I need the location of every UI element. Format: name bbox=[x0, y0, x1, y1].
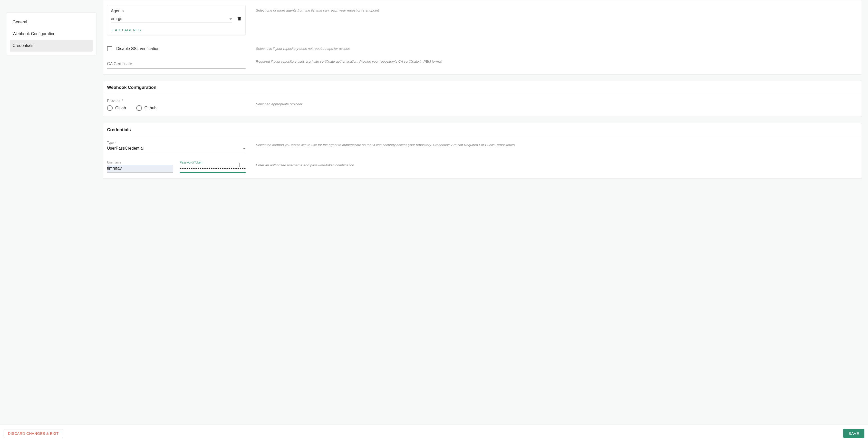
plus-icon: + bbox=[111, 28, 113, 32]
credentials-card-title: Credentials bbox=[103, 123, 862, 136]
agents-select-value: em-gs bbox=[111, 17, 122, 21]
radio-icon bbox=[107, 105, 113, 111]
save-button[interactable]: SAVE bbox=[843, 429, 864, 438]
agents-panel: Agents em-gs bbox=[107, 5, 246, 35]
text-cursor-icon bbox=[239, 163, 240, 167]
settings-sidebar: General Webhook Configuration Credential… bbox=[6, 12, 96, 56]
username-input[interactable] bbox=[107, 165, 173, 172]
ca-certificate-input[interactable] bbox=[107, 59, 246, 68]
agents-select[interactable]: em-gs bbox=[111, 15, 232, 23]
ca-certificate-hint: Required if your repository uses a priva… bbox=[256, 59, 858, 64]
disable-ssl-hint: Select this if your repository does not … bbox=[256, 46, 858, 51]
webhook-card: Webhook Configuration Provider * Gitlab bbox=[103, 81, 862, 117]
footer-bar: DISCARD CHANGES & EXIT SAVE bbox=[0, 424, 868, 442]
credentials-card: Credentials Type * UserPassCredential S bbox=[103, 123, 862, 179]
disable-ssl-checkbox[interactable] bbox=[107, 46, 112, 51]
password-input[interactable] bbox=[180, 165, 246, 173]
agents-label: Agents bbox=[111, 9, 242, 13]
chevron-down-icon bbox=[229, 17, 232, 21]
cred-type-value: UserPassCredential bbox=[107, 146, 144, 151]
username-label: Username bbox=[107, 161, 173, 164]
userpass-hint: Enter an authorized username and passwor… bbox=[256, 163, 858, 168]
provider-gitlab-label: Gitlab bbox=[115, 106, 126, 110]
cred-type-hint: Select the method you would like to use … bbox=[256, 143, 858, 148]
radio-icon bbox=[136, 105, 142, 111]
cred-type-label: Type * bbox=[107, 141, 246, 145]
agents-hint: Select one or more agents from the list … bbox=[256, 8, 858, 13]
chevron-down-icon bbox=[243, 146, 246, 151]
provider-github-label: Github bbox=[145, 106, 157, 110]
sidebar-item-general[interactable]: General bbox=[10, 16, 93, 28]
discard-button[interactable]: DISCARD CHANGES & EXIT bbox=[4, 429, 63, 438]
add-agents-label: ADD AGENTS bbox=[115, 28, 141, 32]
sidebar-item-credentials[interactable]: Credentials bbox=[10, 40, 93, 52]
provider-option-github[interactable]: Github bbox=[136, 105, 157, 111]
webhook-card-title: Webhook Configuration bbox=[103, 81, 862, 94]
trash-icon[interactable] bbox=[237, 16, 242, 22]
cred-type-select[interactable]: UserPassCredential bbox=[107, 145, 246, 153]
connection-card: Agents em-gs bbox=[103, 0, 862, 74]
provider-label: Provider * bbox=[107, 99, 246, 103]
disable-ssl-label: Disable SSL verification bbox=[116, 46, 159, 51]
provider-option-gitlab[interactable]: Gitlab bbox=[107, 105, 126, 111]
provider-hint: Select an appropriate provider bbox=[256, 102, 858, 107]
sidebar-item-webhook[interactable]: Webhook Configuration bbox=[10, 28, 93, 40]
password-label: Password/Token bbox=[180, 161, 246, 164]
add-agents-button[interactable]: +ADD AGENTS bbox=[111, 28, 242, 32]
